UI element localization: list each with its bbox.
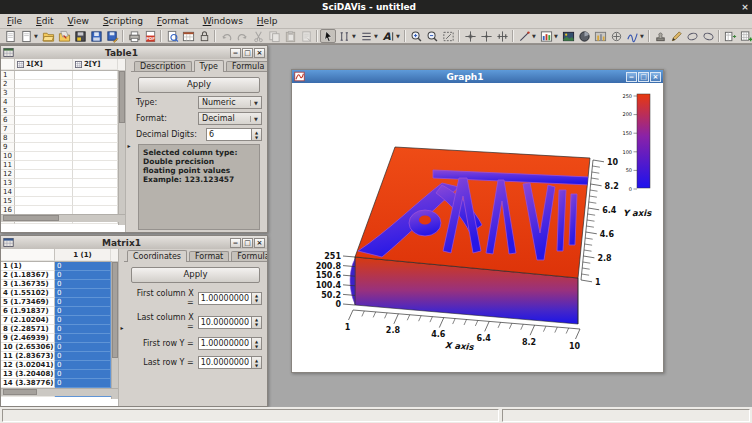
toolbar-add-layer-button[interactable]: ▼: [538, 29, 560, 43]
toolbar-add-layer-window-button[interactable]: [180, 29, 196, 43]
toolbar-open-project-button[interactable]: [40, 29, 56, 43]
table-row[interactable]: 5: [1, 107, 125, 116]
graph1-canvas[interactable]: 251200.8150.6100.450.2012.84.66.48.210X …: [292, 83, 663, 372]
toolbar-save-as-button[interactable]: [104, 29, 120, 43]
coordinate-spinbox-2[interactable]: 1.00000000▲▼: [198, 337, 262, 350]
table-row[interactable]: 1: [1, 71, 125, 80]
tab-formula[interactable]: Formula: [231, 251, 267, 261]
table-row[interactable]: 15: [1, 197, 125, 206]
menu-file[interactable]: File: [0, 15, 29, 28]
menu-format[interactable]: Format: [150, 15, 196, 28]
matrix-cell[interactable]: 0: [55, 325, 111, 334]
table-cell[interactable]: [15, 152, 73, 161]
toolbar-export-pdf-button[interactable]: PDF: [142, 29, 158, 43]
toolbar-paste-button[interactable]: [282, 29, 298, 43]
toolbar-data-reader-button[interactable]: [478, 29, 494, 43]
graph1-close-button[interactable]: ×: [650, 72, 661, 82]
toolbar-rescale-button[interactable]: [440, 29, 456, 43]
matrix-cell[interactable]: 0: [55, 316, 111, 325]
toolbar-ellipse-button[interactable]: [684, 29, 700, 43]
table1-apply-button[interactable]: Apply: [138, 77, 260, 93]
table-row[interactable]: 10: [1, 152, 125, 161]
table-cell[interactable]: [15, 197, 73, 206]
toolbar-ellipse-2-button[interactable]: [700, 29, 716, 43]
toolbar-add-image-button[interactable]: [560, 29, 576, 43]
toolbar-undo-button[interactable]: [218, 29, 234, 43]
matrix1-titlebar[interactable]: Matrix1 ‒ □ ×: [1, 236, 267, 250]
table1-maximize-button[interactable]: □: [242, 48, 253, 58]
matrix-row[interactable]: 6 (1.91837)0: [1, 307, 118, 316]
toolbar-add-matrix-button[interactable]: [738, 29, 752, 43]
matrix-cell[interactable]: 0: [55, 334, 111, 343]
table-cell[interactable]: [73, 125, 118, 134]
table-cell[interactable]: [73, 170, 118, 179]
matrix-cell[interactable]: 0: [55, 271, 111, 280]
table-cell[interactable]: [15, 188, 73, 197]
toolbar-zoom-out-button[interactable]: [424, 29, 440, 43]
table-cell[interactable]: [15, 80, 73, 89]
graph1-titlebar[interactable]: Graph1 ‒ □ ×: [292, 70, 663, 84]
matrix-row[interactable]: 8 (2.28571)0: [1, 325, 118, 334]
table-cell[interactable]: [15, 179, 73, 188]
toolbar-save-template-button[interactable]: [72, 29, 88, 43]
table1-close-button[interactable]: ×: [254, 48, 265, 58]
toolbar-select-data-range-button[interactable]: [494, 29, 510, 43]
matrix-row[interactable]: 5 (1.73469)0: [1, 298, 118, 307]
matrix-row[interactable]: 2 (1.18367)0: [1, 271, 118, 280]
table-cell[interactable]: [15, 98, 73, 107]
matrix1-horizontal-scrollbar[interactable]: [1, 388, 118, 396]
table-cell[interactable]: [15, 116, 73, 125]
table-cell[interactable]: [15, 125, 73, 134]
table-row[interactable]: 14: [1, 188, 125, 197]
matrix1-minimize-button[interactable]: ‒: [230, 238, 241, 248]
table-cell[interactable]: [73, 116, 118, 125]
menu-windows[interactable]: Windows: [196, 15, 250, 28]
spinner-arrows-icon[interactable]: ▲▼: [251, 317, 261, 328]
matrix-row[interactable]: 9 (2.46939)0: [1, 334, 118, 343]
table-row[interactable]: 3: [1, 89, 125, 98]
spinner-arrows-icon[interactable]: ▲▼: [251, 357, 261, 368]
format-combobox[interactable]: Decimal ▼: [198, 112, 262, 125]
toolbar-small-chart-button[interactable]: [592, 29, 608, 43]
table-cell[interactable]: [15, 134, 73, 143]
matrix-row[interactable]: 13 (3.20408)0: [1, 370, 118, 379]
menu-edit[interactable]: Edit: [29, 15, 60, 28]
matrix-cell[interactable]: 0: [55, 379, 111, 388]
toolbar-save-project-button[interactable]: [88, 29, 104, 43]
table-row[interactable]: 8: [1, 134, 125, 143]
matrix-cell[interactable]: 0: [55, 370, 111, 379]
table-row[interactable]: 11: [1, 161, 125, 170]
table-row[interactable]: 9: [1, 143, 125, 152]
tab-coordinates[interactable]: Coordinates: [127, 250, 187, 262]
table-cell[interactable]: [15, 161, 73, 170]
tab-formula[interactable]: Formula: [226, 61, 267, 71]
tab-format[interactable]: Format: [189, 251, 229, 261]
table-row[interactable]: 13: [1, 179, 125, 188]
toolbar-cut-button[interactable]: [250, 29, 266, 43]
table-cell[interactable]: [73, 80, 118, 89]
toolbar-pencil-button[interactable]: [668, 29, 684, 43]
matrix-row[interactable]: 12 (3.02041)0: [1, 361, 118, 370]
column-header-2y[interactable]: 2[Y]: [73, 59, 118, 70]
toolbar-lock-button[interactable]: [196, 29, 212, 43]
matrix-cell[interactable]: 0: [55, 343, 111, 352]
tab-description[interactable]: Description: [134, 61, 192, 71]
matrix-row[interactable]: 1 (1)0: [1, 262, 118, 271]
table-cell[interactable]: [73, 179, 118, 188]
chevron-down-icon[interactable]: ▼: [250, 100, 261, 106]
table-cell[interactable]: [15, 107, 73, 116]
matrix1-apply-button[interactable]: Apply: [131, 267, 260, 283]
toolbar-find-button[interactable]: [164, 29, 180, 43]
toolbar-pie-chart-button[interactable]: [576, 29, 592, 43]
matrix-row[interactable]: 4 (1.55102)0: [1, 289, 118, 298]
table-cell[interactable]: [73, 188, 118, 197]
table1-titlebar[interactable]: Table1 ‒ □ ×: [1, 46, 267, 60]
column-header-1x[interactable]: 1[X]: [15, 59, 73, 70]
table-row[interactable]: 6: [1, 116, 125, 125]
table-cell[interactable]: [73, 107, 118, 116]
table1-horizontal-scrollbar[interactable]: [1, 214, 125, 222]
table-cell[interactable]: [73, 134, 118, 143]
graph1-minimize-button[interactable]: ‒: [626, 72, 637, 82]
toolbar-redo-button[interactable]: [234, 29, 250, 43]
matrix-row[interactable]: 10 (2.65306)0: [1, 343, 118, 352]
